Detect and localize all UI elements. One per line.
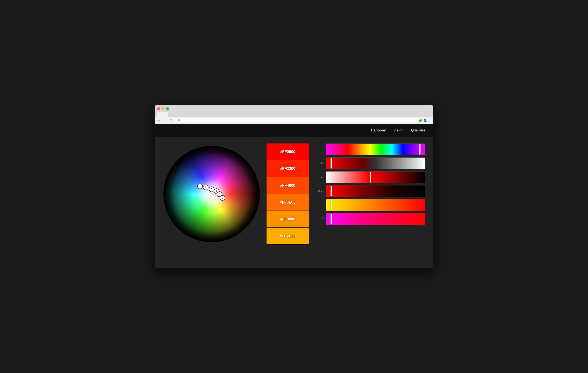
gear-button[interactable] xyxy=(357,130,359,131)
profile-button[interactable]: 👤 xyxy=(423,119,427,122)
slider-row-1: 100 xyxy=(315,157,425,169)
browser-actions: 🧩 👤 ⋮ xyxy=(419,119,431,122)
tab-bar: 📄 xyxy=(157,112,431,117)
app-header: Harmony Vision Quantize xyxy=(155,124,433,137)
slider-track-2[interactable] xyxy=(326,171,425,183)
slider-thumb-3[interactable] xyxy=(331,186,332,196)
swatch-3[interactable]: #FF6E00 xyxy=(267,194,309,211)
nav-quantize[interactable]: Quantize xyxy=(409,128,427,133)
browser-chrome: 📄 xyxy=(155,105,433,117)
color-wheel-container[interactable]: 123456 xyxy=(163,146,260,243)
slider-label-1: 100 xyxy=(315,161,324,165)
reload-button[interactable]: ↻ xyxy=(169,118,174,122)
swatch-0[interactable]: #FF0000 xyxy=(267,143,309,160)
nav-harmony[interactable]: Harmony xyxy=(369,128,387,133)
forward-button[interactable]: → xyxy=(163,118,168,122)
slider-row-0: 0 xyxy=(315,143,425,155)
traffic-lights xyxy=(157,107,431,110)
sliders-panel: 01005025500 xyxy=(315,143,425,225)
slider-thumb-4[interactable] xyxy=(331,200,332,210)
back-button[interactable]: ← xyxy=(157,118,161,122)
nav-vision[interactable]: Vision xyxy=(392,128,405,133)
slider-row-2: 50 xyxy=(315,171,425,183)
browser-window: 📄 ← → ↻ 🔒 🧩 👤 ⋮ xyxy=(155,105,433,268)
close-button[interactable] xyxy=(157,107,160,110)
swatch-1[interactable]: #FF2200 xyxy=(267,160,309,177)
save-button[interactable] xyxy=(364,130,365,131)
slider-label-3: 255 xyxy=(315,189,324,193)
app-content: Harmony Vision Quantize xyxy=(155,124,433,268)
extensions-button[interactable]: 🧩 xyxy=(419,119,422,122)
swatch-4[interactable]: #FF9000 xyxy=(267,211,309,228)
menu-button[interactable]: ⋮ xyxy=(428,119,431,122)
slider-row-5: 0 xyxy=(315,213,425,225)
slider-track-1[interactable] xyxy=(326,157,425,169)
slider-row-3: 255 xyxy=(315,185,425,197)
new-tab-button[interactable] xyxy=(168,116,171,117)
slider-label-5: 0 xyxy=(315,217,324,221)
slider-thumb-2[interactable] xyxy=(370,172,371,182)
slider-row-4: 0 xyxy=(315,199,425,211)
slider-label-0: 0 xyxy=(315,148,324,151)
address-bar-row: ← → ↻ 🔒 🧩 👤 ⋮ xyxy=(155,117,433,124)
swatch-5[interactable]: #FFAE00 xyxy=(267,228,309,245)
tab-page-icon: 📄 xyxy=(160,113,163,115)
slider-label-2: 50 xyxy=(315,175,324,179)
slider-thumb-5[interactable] xyxy=(331,214,332,224)
main-body: 123456 #FF0000#FF2200#FF4800#FF6E00#FF90… xyxy=(155,137,433,268)
browser-tab[interactable]: 📄 xyxy=(157,112,168,117)
slider-track-4[interactable] xyxy=(326,199,425,211)
slider-thumb-1[interactable] xyxy=(331,158,332,169)
address-bar[interactable]: 🔒 xyxy=(175,118,417,122)
slider-track-3[interactable] xyxy=(326,185,425,197)
slider-track-0[interactable] xyxy=(326,143,425,155)
swatches-panel: #FF0000#FF2200#FF4800#FF6E00#FF9000#FFAE… xyxy=(267,143,309,245)
slider-label-4: 0 xyxy=(315,203,324,207)
slider-track-5[interactable] xyxy=(326,213,425,225)
maximize-button[interactable] xyxy=(166,107,169,110)
lock-icon: 🔒 xyxy=(178,119,180,121)
color-wheel-canvas[interactable] xyxy=(163,146,260,243)
swatch-2[interactable]: #FF4800 xyxy=(267,177,309,194)
left-panel: 123456 xyxy=(163,143,260,243)
slider-thumb-0[interactable] xyxy=(419,144,420,155)
minimize-button[interactable] xyxy=(162,107,165,110)
